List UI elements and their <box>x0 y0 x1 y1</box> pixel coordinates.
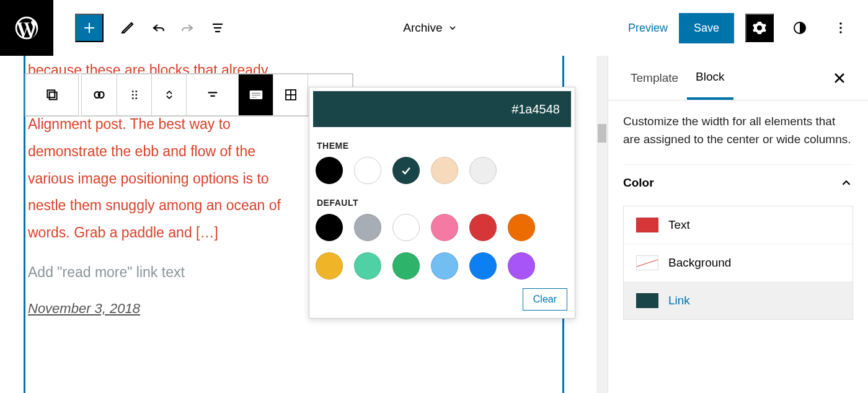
svg-point-6 <box>839 22 842 25</box>
grid-button[interactable] <box>273 74 308 115</box>
close-sidebar-button[interactable] <box>825 63 854 93</box>
settings-button[interactable] <box>745 14 774 42</box>
post-excerpt-block-button[interactable] <box>238 74 273 115</box>
align-button[interactable] <box>186 74 238 115</box>
svg-rect-22 <box>251 93 260 94</box>
svg-rect-23 <box>251 95 260 96</box>
hex-value: #1a4548 <box>512 102 560 117</box>
preview-button[interactable]: Preview <box>628 22 668 35</box>
tab-block[interactable]: Block <box>687 56 733 100</box>
color-section-toggle[interactable]: Color <box>623 164 853 201</box>
svg-rect-1 <box>84 27 94 29</box>
svg-point-17 <box>131 97 133 99</box>
document-title: Archive <box>403 21 442 35</box>
text-color-chip <box>636 218 658 232</box>
edit-tool-button[interactable] <box>113 13 143 43</box>
svg-point-16 <box>135 94 137 96</box>
default-swatch[interactable] <box>392 252 420 280</box>
svg-point-15 <box>131 94 133 96</box>
color-row-background-label: Background <box>668 256 731 270</box>
options-button[interactable] <box>826 13 856 43</box>
document-title-dropdown[interactable]: Archive <box>403 21 457 35</box>
theme-swatch[interactable] <box>316 157 343 184</box>
theme-swatch[interactable] <box>392 157 420 184</box>
default-swatch[interactable] <box>508 214 535 241</box>
theme-swatch[interactable] <box>431 157 458 184</box>
link-button[interactable] <box>82 74 117 115</box>
background-color-chip <box>636 255 658 270</box>
default-swatch[interactable] <box>354 214 381 241</box>
add-block-button[interactable] <box>75 14 104 42</box>
svg-point-18 <box>135 97 137 99</box>
svg-point-8 <box>839 31 842 33</box>
drag-handle[interactable] <box>117 74 151 115</box>
redo-button[interactable] <box>173 13 203 43</box>
link-color-chip <box>636 293 658 308</box>
default-swatch[interactable] <box>431 252 458 280</box>
wordpress-logo[interactable] <box>0 0 53 56</box>
theme-label: THEME <box>309 127 575 157</box>
default-swatch[interactable] <box>469 252 497 280</box>
default-swatch[interactable] <box>469 214 497 241</box>
block-type-button[interactable] <box>25 74 79 116</box>
default-swatch[interactable] <box>316 252 343 280</box>
svg-point-14 <box>135 91 137 92</box>
color-section-title: Color <box>623 176 654 190</box>
document-overview-button[interactable] <box>203 13 232 43</box>
tab-template[interactable]: Template <box>622 58 687 99</box>
save-button[interactable]: Save <box>679 13 734 43</box>
default-swatch[interactable] <box>354 252 381 280</box>
clear-color-button[interactable]: Clear <box>523 288 567 311</box>
svg-point-7 <box>839 27 842 29</box>
svg-rect-24 <box>251 97 257 98</box>
editor-scrollbar[interactable] <box>596 56 608 393</box>
default-label: DEFAULT <box>309 184 575 214</box>
color-popover: #1a4548 THEME DEFAULT Clear <box>309 87 575 319</box>
block-description: Customize the width for all elements tha… <box>608 100 868 164</box>
color-row-background[interactable]: Background <box>624 244 852 282</box>
svg-point-13 <box>131 91 133 92</box>
styles-button[interactable] <box>785 13 815 43</box>
default-swatch[interactable] <box>508 252 535 280</box>
undo-button[interactable] <box>143 13 173 43</box>
color-row-link[interactable]: Link <box>624 282 852 319</box>
svg-rect-11 <box>50 92 57 100</box>
default-swatch[interactable] <box>316 214 343 241</box>
hex-display[interactable]: #1a4548 <box>313 91 571 127</box>
svg-rect-12 <box>47 90 55 97</box>
theme-swatch[interactable] <box>469 157 497 184</box>
color-row-text[interactable]: Text <box>624 206 852 244</box>
default-swatch[interactable] <box>431 214 458 241</box>
color-row-text-label: Text <box>668 218 690 232</box>
color-row-link-label: Link <box>668 294 690 307</box>
move-up-down-button[interactable] <box>151 74 186 115</box>
default-swatch[interactable] <box>392 214 420 241</box>
theme-swatch[interactable] <box>354 157 381 184</box>
